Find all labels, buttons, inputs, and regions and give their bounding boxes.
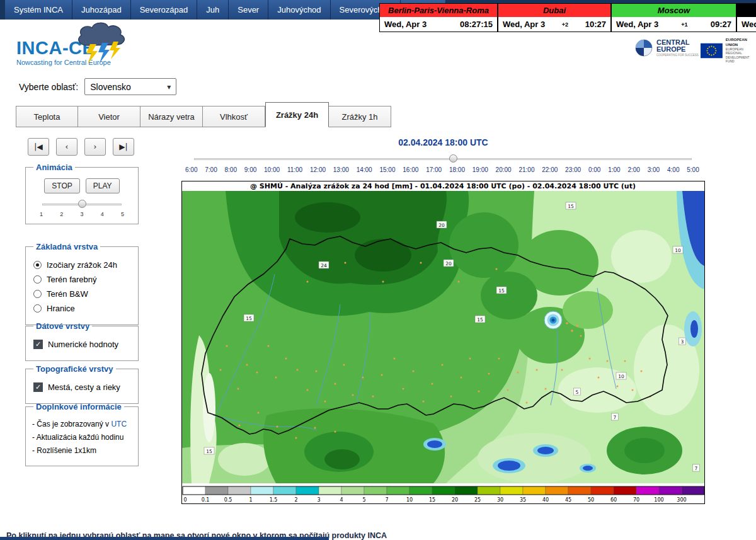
clock-time-value: 09:27: [711, 20, 731, 29]
play-button[interactable]: PLAY: [86, 178, 120, 193]
radio-label: Terén farebný: [47, 275, 97, 284]
eu-logo: EUROPEAN UNION EUROPEAN REGIONAL DEVELOP…: [701, 38, 756, 63]
time-label: 21:00: [518, 166, 534, 173]
svg-text:5: 5: [576, 389, 579, 395]
svg-text:35: 35: [520, 497, 526, 503]
nav-item-2[interactable]: Juhozápad: [72, 0, 131, 20]
tab-1[interactable]: Teplota: [16, 106, 78, 127]
topo-layers-panel: Topografické vrstvy ✓Mestá, cesty a riek…: [25, 364, 139, 404]
radio-option-1[interactable]: Izočiary zrážok 24h: [33, 260, 130, 270]
radio-button[interactable]: [33, 304, 42, 313]
checkbox[interactable]: ✓: [33, 382, 43, 392]
svg-text:60: 60: [610, 497, 617, 503]
radio-button[interactable]: [33, 275, 42, 284]
eu-text-line3: DEVELOPMENT FUND: [726, 55, 756, 64]
speed-tick: 4: [101, 211, 104, 217]
info-line-3: - Rozlíšenie 1x1km: [32, 446, 132, 455]
svg-text:24: 24: [321, 263, 327, 268]
radio-button[interactable]: [33, 290, 42, 298]
svg-text:25: 25: [474, 497, 481, 503]
svg-text:70: 70: [633, 497, 639, 503]
svg-text:3: 3: [681, 339, 684, 345]
info-lines: - Čas je zobrazovaný v UTC- Aktualizácia…: [32, 420, 132, 455]
svg-text:20: 20: [452, 497, 458, 503]
time-label: 8:00: [225, 166, 237, 173]
nav-item-4[interactable]: Juh: [197, 0, 229, 20]
svg-text:15: 15: [246, 316, 252, 321]
skip-start-button[interactable]: |◀: [28, 138, 49, 156]
tab-6[interactable]: Zrážky 1h: [329, 106, 391, 127]
radio-label: Izočiary zrážok 24h: [47, 260, 117, 270]
time-label: 6:00: [185, 166, 197, 173]
nav-item-3[interactable]: Severozápad: [131, 0, 198, 20]
nav-item-1[interactable]: Systém INCA: [5, 0, 72, 20]
central-europe-icon: [635, 39, 653, 57]
time-axis-labels: 6:007:008:009:0010:0011:0012:0013:0014:0…: [185, 166, 699, 173]
time-slider[interactable]: [194, 154, 692, 164]
radio-option-4[interactable]: Hranice: [33, 304, 130, 313]
data-layers-panel: Dátové vrstvy ✓Numerické hodnoty: [25, 321, 139, 361]
svg-text:7: 7: [614, 415, 617, 420]
step-back-button[interactable]: ‹: [56, 138, 77, 156]
step-forward-button[interactable]: ›: [84, 138, 106, 156]
svg-text:100: 100: [654, 497, 663, 503]
time-label: 22:00: [542, 166, 558, 173]
checkbox-option-1[interactable]: ✓Mestá, cesty a rieky: [33, 382, 130, 392]
clock-city-3: MoscowWed, Apr 3+109:27: [612, 4, 736, 32]
data-layers-legend: Dátové vrstvy: [33, 321, 92, 331]
clock-time-value: 08:27:15: [460, 20, 493, 29]
clock-city-time: Wed, Apr 308:27:15: [380, 17, 497, 32]
tab-4[interactable]: Vlhkosť: [203, 106, 265, 127]
time-label: 0:00: [588, 166, 600, 173]
radio-button[interactable]: [33, 261, 42, 269]
radio-option-2[interactable]: Terén farebný: [33, 275, 130, 284]
checkbox-option-1[interactable]: ✓Numerické hodnoty: [33, 340, 130, 349]
radio-option-3[interactable]: Terén B&W: [33, 289, 130, 299]
svg-text:15: 15: [568, 204, 574, 209]
clock-city-name: Moscow: [612, 4, 736, 17]
clock-city-name: Berlin-Paris-Vienna-Roma: [380, 4, 497, 17]
svg-text:10: 10: [618, 374, 624, 379]
time-label: 3:00: [648, 166, 660, 173]
speed-tick: 1: [40, 211, 43, 217]
svg-text:0.1: 0.1: [202, 497, 210, 503]
speed-tick-labels: 12345: [40, 211, 124, 217]
speed-slider-handle[interactable]: [78, 200, 86, 208]
tab-5[interactable]: Zrážky 24h: [265, 102, 329, 127]
animation-buttons: STOP PLAY: [32, 178, 132, 193]
time-slider-handle[interactable]: [449, 154, 457, 163]
info-legend: Doplnkové informácie: [33, 402, 124, 411]
time-label: 13:00: [333, 166, 349, 173]
svg-text:20: 20: [445, 261, 452, 267]
precipitation-map[interactable]: @ SHMÚ - Analýza zrážok za 24 hod [mm] -…: [181, 181, 705, 504]
region-select[interactable]: Slovensko ▾: [84, 78, 176, 95]
svg-text:20: 20: [438, 222, 445, 228]
time-label: 23:00: [565, 166, 581, 173]
checkbox-label: Mestá, cesty a rieky: [48, 382, 120, 392]
stop-button[interactable]: STOP: [44, 178, 79, 193]
clock-date: Wed, Apr 3: [384, 20, 427, 29]
time-slider-track[interactable]: [194, 158, 692, 160]
eu-text-line2: EUROPEAN REGIONAL: [726, 47, 756, 55]
tab-3[interactable]: Nárazy vetra: [140, 106, 203, 127]
eu-flag-icon: [701, 42, 723, 59]
time-label: 11:00: [287, 166, 302, 173]
clock-utc-offset: +2: [562, 21, 568, 28]
nav-item-5[interactable]: Sever: [229, 0, 268, 20]
time-label: 19:00: [472, 166, 488, 173]
time-label: 15:00: [379, 166, 395, 173]
svg-text:15: 15: [429, 497, 435, 503]
time-label: 7:00: [205, 166, 217, 173]
time-label: 2:00: [627, 166, 639, 173]
clock-city-1: Berlin-Paris-Vienna-RomaWed, Apr 308:27:…: [380, 4, 497, 32]
checkbox[interactable]: ✓: [33, 340, 43, 349]
base-layer-legend: Základná vrstva: [33, 242, 100, 251]
skip-end-button[interactable]: ▶|: [113, 138, 134, 156]
tab-2[interactable]: Vietor: [78, 106, 140, 127]
nav-item-6[interactable]: Juhovýchod: [268, 0, 330, 20]
clock-time-value: 10:27: [585, 20, 606, 29]
svg-text:7: 7: [695, 466, 698, 471]
animation-speed-slider[interactable]: [42, 200, 122, 209]
radio-label: Hranice: [47, 304, 75, 313]
utc-link[interactable]: UTC: [111, 420, 127, 428]
